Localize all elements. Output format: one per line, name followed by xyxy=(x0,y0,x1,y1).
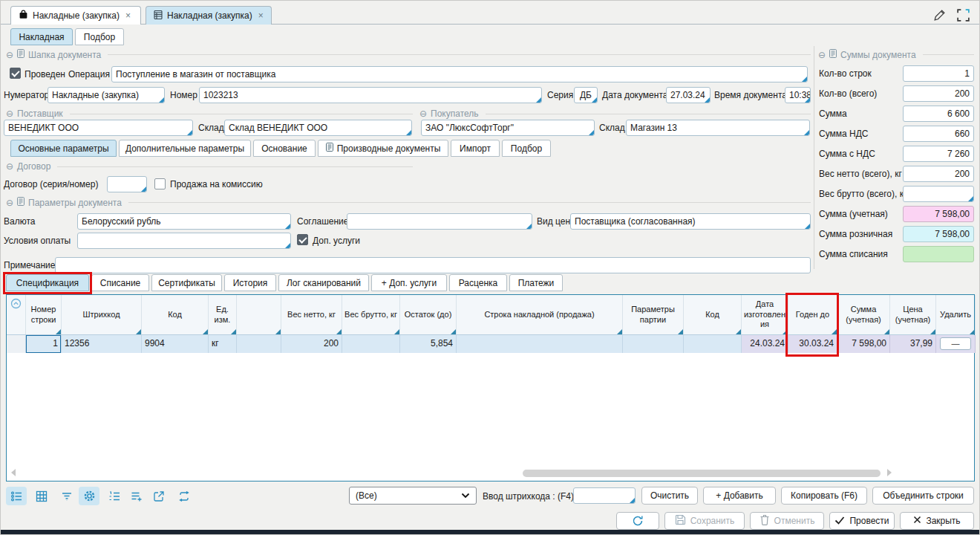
delete-cell[interactable]: — xyxy=(936,335,976,353)
close-tab-icon[interactable]: × xyxy=(258,10,264,21)
totals-value-rows-count[interactable]: 1 xyxy=(903,65,974,82)
settings-gear-icon[interactable] xyxy=(79,487,99,505)
table-cell[interactable] xyxy=(457,335,623,353)
refresh-button[interactable] xyxy=(616,512,659,530)
numerator-field[interactable]: Накладные (закупка) xyxy=(48,87,165,103)
collapse-icon[interactable]: ⊖ xyxy=(419,109,427,118)
table-cell[interactable]: 37,99 xyxy=(890,335,936,353)
table-cell[interactable] xyxy=(237,335,281,353)
filter-select[interactable]: (Все) xyxy=(349,487,477,505)
table-cell[interactable] xyxy=(7,335,26,353)
column-header[interactable]: Строка накладной (продажа) xyxy=(457,295,623,334)
column-header[interactable] xyxy=(237,295,281,334)
add-row-list-icon[interactable] xyxy=(126,487,147,505)
collapse-icon[interactable]: ⊖ xyxy=(6,109,13,118)
note-field[interactable] xyxy=(55,257,811,273)
column-header[interactable]: Номер строки xyxy=(26,295,62,334)
collapse-icon[interactable]: ⊖ xyxy=(6,162,13,171)
doc-time-field[interactable]: 10:38 xyxy=(785,87,811,103)
totals-value-vat[interactable]: 660 xyxy=(903,126,974,142)
tab-writeoff[interactable]: Списание xyxy=(91,274,149,291)
column-header[interactable]: Вес нетто, кг xyxy=(281,295,342,334)
table-cell[interactable]: 7 598,00 xyxy=(837,335,890,353)
column-header[interactable]: Штрихкод xyxy=(62,295,142,334)
column-header[interactable]: Вес брутто, кг xyxy=(342,295,400,334)
collapse-icon[interactable]: ⊖ xyxy=(6,51,13,59)
tab-selection[interactable]: Подбор xyxy=(75,28,124,45)
supplier-field[interactable]: ВЕНЕДИКТ ООО xyxy=(4,120,193,136)
column-header[interactable]: Код xyxy=(142,295,209,334)
column-header[interactable]: Сумма (учетная) xyxy=(837,295,890,334)
barcode-input[interactable] xyxy=(573,487,636,504)
column-header[interactable]: Остаток (до) xyxy=(400,295,457,334)
post-button[interactable]: Провести xyxy=(829,512,895,530)
horizontal-scrollbar-thumb[interactable] xyxy=(523,470,881,477)
grid-view-icon[interactable] xyxy=(31,487,52,505)
grid-corner-sort-cell[interactable] xyxy=(7,295,26,334)
column-header[interactable]: Дата изготовления xyxy=(742,295,788,334)
column-header[interactable]: Ед. изм. xyxy=(209,295,237,334)
extra-services-checkbox[interactable] xyxy=(297,234,308,245)
tab-payments[interactable]: Платежи xyxy=(509,274,563,291)
filter-icon[interactable] xyxy=(56,487,77,505)
expand-icon[interactable] xyxy=(956,8,970,25)
delete-row-button[interactable]: — xyxy=(940,337,971,350)
totals-value-sum-retail[interactable]: 7 598,00 xyxy=(903,226,974,242)
table-cell[interactable]: кг xyxy=(209,335,237,353)
table-cell[interactable]: 1 xyxy=(26,335,62,353)
posted-checkbox[interactable] xyxy=(10,68,21,79)
buyer-stock-field[interactable]: Магазин 13 xyxy=(626,120,810,136)
table-cell[interactable]: 30.03.24 xyxy=(788,335,837,353)
column-header[interactable]: Цена (учетная) xyxy=(890,295,936,334)
save-button[interactable]: Сохранить xyxy=(664,512,745,530)
table-cell[interactable]: 12356 xyxy=(62,335,142,353)
table-cell[interactable] xyxy=(623,335,684,353)
table-cell[interactable] xyxy=(342,335,400,353)
tab-certificates[interactable]: Сертификаты xyxy=(151,274,222,291)
contract-number-field[interactable] xyxy=(107,176,147,192)
scrollbar-right-arrow[interactable] xyxy=(887,469,892,476)
reload-rows-icon[interactable] xyxy=(174,487,195,505)
tab-import[interactable]: Импорт xyxy=(451,140,500,157)
currency-field[interactable]: Белорусский рубль xyxy=(77,213,291,230)
row-view-icon[interactable] xyxy=(6,487,27,505)
tab-additional-params[interactable]: Дополнительные параметры xyxy=(119,140,251,157)
scrollbar-left-arrow[interactable] xyxy=(11,469,16,476)
tab-main-params[interactable]: Основные параметры xyxy=(10,140,117,157)
collapse-icon[interactable]: ⊖ xyxy=(818,51,826,59)
doc-date-field[interactable]: 27.03.24 xyxy=(666,87,710,103)
table-cell[interactable] xyxy=(684,335,742,353)
totals-value-sum-uchet[interactable]: 7 598,00 xyxy=(903,206,974,222)
doc-tab-invoices-list[interactable]: Накладные (закупка) × xyxy=(10,6,141,25)
export-icon[interactable] xyxy=(148,487,169,505)
operation-field[interactable]: Поступление в магазин от поставщика xyxy=(111,66,808,82)
totals-value-sum-with-vat[interactable]: 7 260 xyxy=(903,146,974,162)
supplier-stock-field[interactable]: Склад ВЕНЕДИКТ ООО xyxy=(224,120,412,136)
table-cell[interactable]: 5,854 xyxy=(400,335,457,353)
series-field[interactable]: ДБ xyxy=(574,87,598,103)
totals-value-sum-writeoff[interactable] xyxy=(903,246,974,262)
column-header[interactable]: Годен до xyxy=(788,295,837,334)
tab-derived-docs[interactable]: Производные документы xyxy=(318,140,448,157)
tab-extra-services[interactable]: + Доп. услуги xyxy=(371,274,447,291)
totals-value-gross-weight[interactable] xyxy=(903,186,974,202)
close-tab-icon[interactable]: × xyxy=(125,10,131,21)
close-button[interactable]: Закрыть xyxy=(900,512,974,530)
tab-selection-params[interactable]: Подбор xyxy=(502,140,551,157)
totals-value-qty-total[interactable]: 200 xyxy=(903,85,974,102)
add-button[interactable]: + Добавить xyxy=(703,487,776,505)
column-header[interactable]: Код xyxy=(684,295,742,334)
collapse-icon[interactable]: ⊖ xyxy=(6,198,13,207)
edit-pencil-icon[interactable] xyxy=(932,8,947,25)
copy-button[interactable]: Копировать (F6) xyxy=(781,487,867,505)
table-cell[interactable]: 9904 xyxy=(142,335,209,353)
totals-value-net-weight[interactable]: 200 xyxy=(903,166,974,182)
agreement-field[interactable] xyxy=(347,213,532,230)
column-header[interactable]: Параметры партии xyxy=(623,295,684,334)
number-field[interactable]: 1023213 xyxy=(199,87,542,103)
tab-history[interactable]: История xyxy=(224,274,276,291)
tab-pricing[interactable]: Расценка xyxy=(449,274,507,291)
tab-invoice[interactable]: Накладная xyxy=(10,28,73,45)
totals-value-sum[interactable]: 6 600 xyxy=(903,106,974,122)
cancel-button[interactable]: Отменить xyxy=(750,512,824,530)
